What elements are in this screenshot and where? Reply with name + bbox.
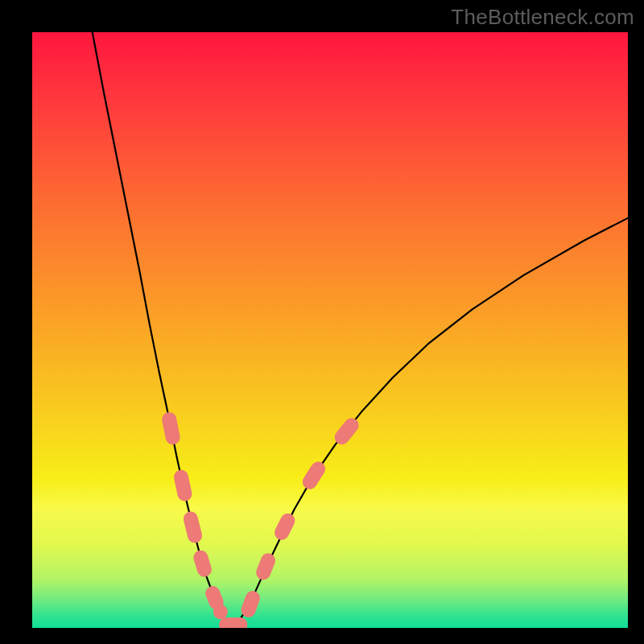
watermark-text: TheBottleneck.com <box>451 5 634 30</box>
chart-svg <box>32 32 628 628</box>
svg-rect-0 <box>32 32 628 628</box>
svg-line-3 <box>191 519 195 536</box>
svg-line-5 <box>213 593 216 602</box>
svg-line-2 <box>181 477 184 494</box>
svg-line-12 <box>263 560 268 572</box>
svg-line-13 <box>282 521 287 533</box>
svg-line-11 <box>249 598 253 610</box>
svg-line-15 <box>342 425 352 437</box>
svg-line-4 <box>200 558 204 570</box>
chart-frame: TheBottleneck.com <box>0 0 644 644</box>
svg-point-6 <box>213 605 228 619</box>
svg-line-14 <box>310 469 318 481</box>
svg-line-1 <box>169 419 172 437</box>
plot-area <box>32 32 628 628</box>
